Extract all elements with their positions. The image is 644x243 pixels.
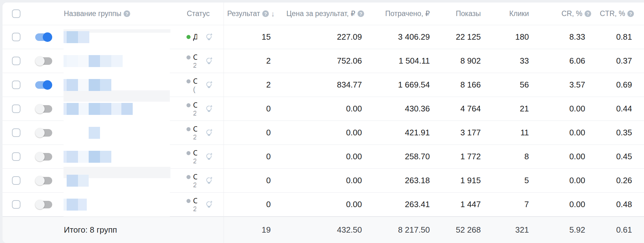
redacted-name-block	[89, 79, 100, 91]
cell-ctr: 0.48	[616, 193, 632, 216]
row-checkbox[interactable]	[12, 81, 20, 89]
status-text-clipped: О	[193, 125, 197, 133]
help-icon[interactable]: ?	[627, 10, 634, 17]
redacted-name-block	[67, 79, 78, 91]
cell-clicks: 11	[520, 121, 529, 144]
row-toggle[interactable]	[35, 32, 52, 42]
cell-spent: 421.91	[405, 121, 430, 144]
status-dot-icon	[186, 175, 191, 179]
cell-cost-per-result: 834.77	[337, 73, 362, 97]
total-clicks: 321	[515, 217, 529, 243]
totals-label: Итого: 8 групп	[64, 217, 117, 243]
redacted-name-block	[64, 151, 67, 163]
cell-cost-per-result: 0.00	[346, 121, 362, 144]
cell-cr: 0.00	[569, 97, 585, 121]
lightbulb-idea-icon[interactable]	[204, 104, 214, 114]
lightbulb-idea-icon[interactable]	[204, 80, 214, 90]
status-subtext-clipped: 2	[193, 181, 196, 189]
row-toggle[interactable]	[35, 80, 52, 90]
lightbulb-idea-icon[interactable]	[204, 128, 214, 138]
row-toggle[interactable]	[35, 104, 52, 114]
column-header-cr-label: CR, %	[562, 9, 582, 18]
status-dot-icon	[186, 151, 191, 155]
column-divider	[224, 3, 224, 243]
cell-result: 15	[262, 25, 271, 49]
column-header-ctr[interactable]: CTR, % ?	[600, 3, 634, 25]
row-checkbox[interactable]	[12, 152, 20, 161]
total-impressions: 52 268	[456, 217, 481, 243]
cell-result: 2	[266, 73, 271, 97]
status-text-clipped: О	[193, 173, 197, 181]
status-subtext-clipped: 2	[193, 110, 196, 117]
row-checkbox[interactable]	[12, 176, 20, 185]
status-text-clipped: О	[193, 101, 197, 109]
column-header-clicks[interactable]: Клики	[509, 3, 529, 25]
cell-result: 0	[266, 145, 271, 168]
sort-desc-icon[interactable]: ↓	[271, 10, 275, 18]
cell-result: 0	[266, 193, 271, 216]
column-header-spent[interactable]: Потрачено, ₽	[385, 3, 430, 25]
cell-clicks: 21	[520, 97, 529, 121]
help-icon[interactable]: ?	[262, 10, 269, 17]
lightbulb-idea-icon[interactable]	[204, 32, 214, 42]
status-dot-icon	[186, 127, 191, 131]
column-header-status: Статус	[187, 3, 210, 25]
column-header-clicks-label: Клики	[509, 9, 529, 18]
cell-impressions: 4 764	[460, 97, 481, 121]
lightbulb-idea-icon[interactable]	[204, 152, 214, 161]
column-header-cost-per-result[interactable]: Цена за результат, ₽ ?	[286, 3, 364, 25]
total-ctr: 0.61	[616, 217, 632, 243]
lightbulb-idea-icon[interactable]	[204, 56, 214, 66]
redacted-name-block	[64, 55, 67, 67]
column-header-name: Название группы ?	[64, 3, 130, 25]
cell-result: 0	[266, 121, 271, 144]
row-toggle[interactable]	[35, 200, 52, 209]
help-icon[interactable]: ?	[358, 10, 364, 17]
status-dot-icon	[186, 79, 191, 83]
cell-ctr: 0.69	[616, 73, 632, 97]
table-header-row: Название группы ? Статус Результат ? ↓ Ц…	[3, 3, 644, 25]
cell-impressions: 1 772	[460, 145, 481, 168]
cell-cr: 0.00	[569, 121, 585, 144]
help-icon[interactable]: ?	[585, 10, 591, 17]
redaction-stripe	[64, 90, 170, 102]
redacted-name-block	[64, 103, 67, 115]
help-icon[interactable]: ?	[124, 10, 130, 17]
column-header-result[interactable]: Результат ? ↓	[227, 3, 275, 25]
status-dot-icon	[186, 35, 191, 39]
select-all-checkbox[interactable]	[12, 9, 20, 18]
cell-spent: 263.18	[405, 169, 430, 192]
column-header-cr[interactable]: CR, % ?	[562, 3, 591, 25]
redacted-name-block	[78, 175, 89, 187]
redacted-name-block	[89, 127, 100, 139]
row-toggle[interactable]	[35, 128, 52, 138]
column-header-result-label: Результат	[227, 9, 260, 18]
cell-cost-per-result: 0.00	[346, 97, 362, 121]
row-checkbox[interactable]	[12, 105, 20, 113]
row-checkbox[interactable]	[12, 57, 20, 65]
lightbulb-idea-icon[interactable]	[204, 176, 214, 185]
cell-impressions: 3 177	[460, 121, 481, 144]
toggle-knob	[35, 56, 45, 66]
row-checkbox[interactable]	[12, 128, 20, 137]
column-header-cost-per-result-label: Цена за результат, ₽	[286, 9, 355, 18]
table-footer-row: Итого: 8 групп 19 432.50 8 217.50 52 268…	[3, 217, 644, 243]
redacted-name-block	[67, 103, 79, 115]
column-header-impressions[interactable]: Показы	[456, 3, 481, 25]
status-subtext-clipped: 2	[193, 157, 196, 165]
column-header-spent-label: Потрачено, ₽	[385, 9, 430, 18]
lightbulb-idea-icon[interactable]	[204, 200, 214, 209]
row-toggle[interactable]	[35, 176, 52, 185]
redacted-name-block	[67, 199, 78, 211]
row-checkbox[interactable]	[12, 33, 20, 41]
redacted-name-block	[111, 55, 123, 67]
row-toggle[interactable]	[35, 56, 52, 66]
cell-cost-per-result: 0.00	[346, 169, 362, 192]
cell-cost-per-result: 752.06	[337, 49, 362, 73]
toggle-knob	[43, 32, 52, 42]
redacted-name-block	[111, 103, 121, 115]
row-toggle[interactable]	[35, 152, 52, 161]
column-header-ctr-label: CTR, %	[600, 9, 625, 18]
row-checkbox[interactable]	[12, 200, 20, 209]
status-text-clipped: О	[193, 149, 197, 157]
